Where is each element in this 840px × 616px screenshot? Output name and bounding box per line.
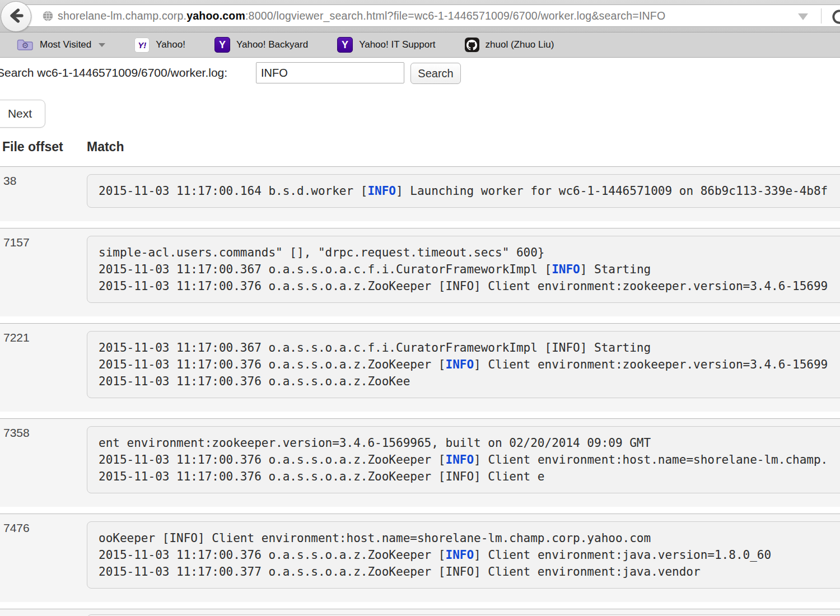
result-row: 7476ooKeeper [INFO] Client environment:h… [0, 514, 840, 602]
bookmark-label: Yahoo! IT Support [359, 39, 435, 50]
log-line: 2015-11-03 11:17:00.377 o.a.s.s.o.a.z.Zo… [99, 563, 840, 580]
url-text: shorelane-lm.champ.corp.yahoo.com:8000/l… [58, 5, 665, 26]
file-offset-value: 7157 [3, 236, 30, 249]
log-line: 2015-11-03 11:17:00.376 o.a.s.s.o.a.z.Zo… [99, 278, 840, 295]
log-line: ooKeeper [INFO] Client environment:host.… [99, 530, 840, 547]
bookmark-zhuol-zhuo-liu[interactable]: zhuol (Zhuo Liu) [465, 38, 554, 52]
log-line: 2015-11-03 11:17:00.376 o.a.s.s.o.a.z.Zo… [99, 547, 840, 563]
bookmark-yahoo[interactable]: Y!Yahoo! [134, 38, 185, 53]
log-line: 2015-11-03 11:17:00.376 o.a.s.s.o.a.z.Zo… [99, 373, 840, 390]
url-base-domain: yahoo.com [186, 10, 245, 22]
bookmark-label: Yahoo! Backyard [236, 39, 308, 50]
file-offset-value: 38 [3, 174, 16, 188]
url-host-prefix: shorelane-lm.champ.corp. [58, 10, 186, 22]
yahoo-y-icon: Y [214, 37, 230, 53]
browser-toolbar: shorelane-lm.champ.corp.yahoo.com:8000/l… [0, 0, 840, 32]
search-hit: INFO [446, 453, 474, 466]
globe-site-icon [42, 10, 54, 24]
bookmark-most-visited[interactable]: ⚙Most Visited [17, 39, 105, 51]
log-line: 2015-11-03 11:17:00.367 o.a.s.s.o.a.c.f.… [99, 339, 840, 356]
url-dropdown-icon[interactable] [798, 13, 808, 20]
file-offset-value: 7476 [3, 521, 30, 535]
log-match-box: ooKeeper [INFO] Client environment:host.… [87, 521, 840, 589]
reload-icon [830, 7, 840, 25]
search-button[interactable]: Search [410, 63, 461, 84]
file-offset-value: 7358 [3, 426, 30, 440]
log-match-box: 2015-11-03 11:17:00.367 o.a.s.s.o.a.c.f.… [87, 331, 840, 398]
log-match-box: 2015-11-03 11:17:00.164 b.s.d.worker [IN… [87, 174, 840, 208]
result-row: 72212015-11-03 11:17:00.367 o.a.s.s.o.a.… [0, 323, 840, 412]
result-row: 7358ent environment:zookeeper.version=3.… [0, 418, 840, 507]
url-path: :8000/logviewer_search.html?file=wc6-1-1… [245, 10, 665, 22]
log-line: 2015-11-03 11:17:00.376 o.a.s.s.o.a.z.Zo… [99, 468, 840, 485]
search-hit: INFO [446, 548, 474, 562]
logviewer-page: Search wc6-1-1446571009/6700/worker.log:… [0, 58, 840, 616]
log-match-box: ent environment:zookeeper.version=3.4.6-… [87, 426, 840, 493]
back-button[interactable] [1, 1, 31, 32]
column-header-file-offset: File offset [2, 139, 63, 155]
url-bar[interactable]: shorelane-lm.champ.corp.yahoo.com:8000/l… [16, 4, 840, 27]
search-hit: INFO [446, 358, 474, 371]
yahoo-y-icon: Y [337, 37, 353, 53]
search-hit: INFO [552, 263, 580, 276]
log-line: ent environment:zookeeper.version=3.4.6-… [99, 435, 840, 451]
results-rows: 382015-11-03 11:17:00.164 b.s.d.worker [… [0, 166, 840, 616]
result-row: 7157simple-acl.users.commands" [], "drpc… [0, 228, 840, 316]
file-offset-value: 7221 [3, 331, 30, 344]
search-hit: INFO [367, 184, 396, 198]
bookmark-label: zhuol (Zhuo Liu) [486, 39, 554, 50]
result-row [0, 609, 840, 616]
reload-button[interactable] [830, 7, 840, 25]
bookmark-label: Yahoo! [156, 39, 185, 50]
chevron-down-icon [99, 43, 105, 47]
bookmark-yahoo-backyard[interactable]: YYahoo! Backyard [214, 37, 308, 53]
next-button[interactable]: Next [0, 100, 45, 128]
log-line: 2015-11-03 11:17:00.164 b.s.d.worker [IN… [99, 183, 840, 199]
column-header-match: Match [87, 139, 124, 155]
bookmark-label: Most Visited [40, 39, 91, 50]
bookmark-yahoo-it-support[interactable]: YYahoo! IT Support [337, 37, 435, 53]
log-line: 2015-11-03 11:17:00.376 o.a.s.s.o.a.z.Zo… [99, 356, 840, 373]
yahoo-logo-icon: Y! [134, 38, 150, 53]
search-input[interactable] [256, 62, 404, 83]
folder-gear-icon: ⚙ [17, 39, 34, 51]
log-line: simple-acl.users.commands" [], "drpc.req… [99, 244, 840, 261]
bookmarks-bar: ⚙Most VisitedY!Yahoo!YYahoo! BackyardYYa… [0, 32, 840, 58]
log-line: 2015-11-03 11:17:00.376 o.a.s.s.o.a.z.Zo… [99, 451, 840, 468]
result-row: 382015-11-03 11:17:00.164 b.s.d.worker [… [0, 166, 840, 221]
github-octocat-icon [465, 38, 479, 52]
back-arrow-icon [7, 7, 25, 27]
search-file-label: Search wc6-1-1446571009/6700/worker.log: [0, 66, 227, 80]
url-bar-divider [821, 8, 822, 24]
log-line: 2015-11-03 11:17:00.367 o.a.s.s.o.a.c.f.… [99, 261, 840, 278]
log-match-box: simple-acl.users.commands" [], "drpc.req… [87, 236, 840, 303]
